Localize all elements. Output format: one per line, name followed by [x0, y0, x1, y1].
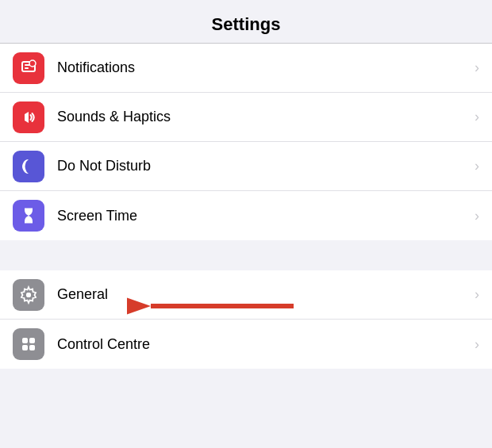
- screentime-icon-bg: [13, 200, 44, 232]
- svg-rect-3: [25, 64, 30, 66]
- sounds-chevron: ›: [475, 109, 479, 125]
- notifications-label: Notifications: [57, 59, 475, 76]
- svg-rect-4: [25, 67, 29, 69]
- screentime-label: Screen Time: [57, 208, 475, 224]
- general-label: General: [57, 286, 475, 303]
- dnd-icon-bg: [13, 151, 44, 182]
- sounds-icon-bg: [13, 101, 44, 133]
- svg-rect-13: [22, 338, 28, 343]
- settings-header: Settings: [0, 0, 492, 44]
- controlcentre-chevron: ›: [475, 336, 479, 353]
- settings-row-screentime[interactable]: Screen Time ›: [0, 191, 492, 240]
- controlcentre-label: Control Centre: [57, 336, 475, 353]
- svg-point-12: [26, 293, 31, 297]
- settings-row-controlcentre[interactable]: Control Centre ›: [0, 320, 492, 369]
- page-title: Settings: [212, 14, 281, 34]
- dnd-chevron: ›: [475, 158, 479, 174]
- settings-row-general[interactable]: General ›: [0, 270, 492, 320]
- screentime-chevron: ›: [475, 208, 479, 224]
- settings-row-sounds[interactable]: Sounds & Haptics ›: [0, 93, 492, 142]
- notifications-chevron: ›: [475, 59, 479, 76]
- controlcentre-icon: [19, 335, 38, 354]
- general-icon-bg: [13, 279, 44, 311]
- screentime-icon: [19, 206, 38, 225]
- section-divider: [0, 240, 492, 270]
- settings-row-notifications[interactable]: Notifications ›: [0, 44, 492, 93]
- svg-rect-14: [29, 338, 35, 343]
- svg-rect-15: [22, 345, 28, 350]
- sounds-icon: [19, 108, 38, 127]
- dnd-label: Do Not Disturb: [57, 158, 475, 174]
- sounds-label: Sounds & Haptics: [57, 109, 475, 125]
- notifications-icon: [19, 59, 38, 78]
- settings-row-dnd[interactable]: Do Not Disturb ›: [0, 142, 492, 191]
- general-chevron: ›: [475, 286, 479, 303]
- svg-point-2: [29, 60, 36, 67]
- section-2: General › Control Centre ›: [0, 270, 492, 369]
- general-icon: [19, 285, 38, 304]
- section-1: Notifications › Sounds & Haptics › Do No…: [0, 44, 492, 240]
- notifications-icon-bg: [13, 52, 44, 84]
- controlcentre-icon-bg: [13, 328, 44, 360]
- svg-rect-6: [25, 114, 29, 121]
- svg-rect-16: [29, 345, 35, 350]
- dnd-icon: [19, 157, 38, 176]
